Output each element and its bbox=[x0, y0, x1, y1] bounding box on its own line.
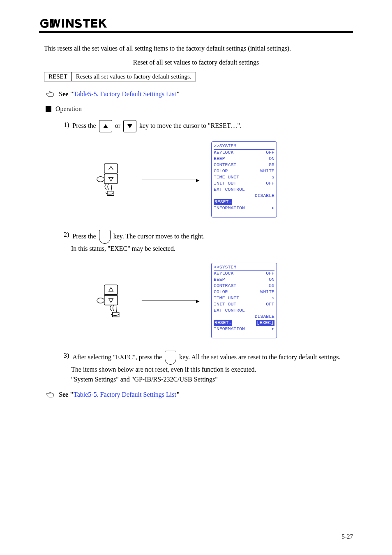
caret-right-icon: ▸ bbox=[272, 326, 274, 332]
svg-rect-3 bbox=[62, 19, 64, 28]
logo-gwinstek bbox=[39, 16, 113, 30]
arrow-icon: ———————— bbox=[142, 175, 199, 184]
section-operation: Operation bbox=[46, 105, 353, 113]
figure-1: ———————— >>SYSTEM KEYLOCKOFF BEEPON CONT… bbox=[92, 141, 353, 217]
section-label: Operation bbox=[55, 105, 82, 113]
svg-rect-4 bbox=[104, 164, 118, 173]
table-row: RESET Resets all set values to factory d… bbox=[44, 72, 196, 81]
step-3: 3) After selecting "EXEC", press the key… bbox=[64, 351, 353, 365]
step-num: 2) bbox=[64, 230, 69, 240]
step-2: 2) Press the key. The cursor moves to th… bbox=[64, 230, 353, 244]
see-after: " bbox=[176, 391, 180, 398]
square-bullet-icon bbox=[46, 106, 51, 112]
enter-key-icon bbox=[99, 230, 111, 244]
press-updown-enter-icon bbox=[92, 282, 129, 319]
step1-t3: key to move the cursor to "RESET…". bbox=[138, 122, 242, 129]
step3-line3: "System Settings" and "GP-IB/RS-232C/USB… bbox=[71, 375, 353, 384]
page-number: 5-27 bbox=[342, 533, 353, 540]
lcd-title: >>SYSTEM bbox=[214, 143, 274, 150]
step-num: 1) bbox=[64, 120, 69, 130]
see-prefix: S bbox=[59, 90, 62, 97]
step-num: 3) bbox=[64, 351, 69, 361]
step-1: 1) Press the or key to move the cursor t… bbox=[64, 120, 353, 132]
brand-logo bbox=[39, 16, 353, 33]
lcd-highlight-exec: [EXEC] bbox=[256, 320, 274, 326]
step3-t1: After selecting "EXEC", press the bbox=[72, 353, 164, 360]
step2-t1: Press the bbox=[72, 232, 97, 239]
table-cell-val: Resets all set values to factory default… bbox=[71, 72, 196, 81]
svg-point-6 bbox=[97, 177, 104, 182]
step1-t2: or bbox=[113, 122, 122, 129]
caret-right-icon: ▸ bbox=[272, 205, 274, 211]
lcd-highlight: RESET… bbox=[214, 199, 232, 205]
see-bold: ee " bbox=[62, 391, 74, 398]
svg-point-9 bbox=[97, 298, 104, 303]
pointing-hand-icon bbox=[46, 391, 55, 398]
intro-text: This resets all the set values of all se… bbox=[44, 44, 353, 53]
enter-key-icon bbox=[165, 351, 176, 365]
see-reference-2: See "Table5-5. Factory Default Settings … bbox=[46, 391, 353, 398]
lcd-screen-1: >>SYSTEM KEYLOCKOFF BEEPON CONTRAST55 CO… bbox=[211, 141, 277, 217]
down-key-icon bbox=[123, 120, 136, 132]
step2-t2: key. The cursor moves to the right. bbox=[112, 232, 205, 239]
lcd-title: >>SYSTEM bbox=[214, 264, 274, 271]
see-link[interactable]: Table5-5. Factory Default Settings List bbox=[74, 90, 176, 97]
step3-line2: The items shown below are not reset, eve… bbox=[71, 365, 353, 375]
up-key-icon bbox=[99, 120, 112, 132]
see-link[interactable]: Table5-5. Factory Default Settings List bbox=[74, 391, 176, 398]
svg-rect-8 bbox=[104, 295, 118, 305]
see-prefix: S bbox=[59, 391, 62, 398]
arrow-icon: ———————— bbox=[142, 296, 199, 305]
figure-2: ———————— >>SYSTEM KEYLOCKOFF BEEPON CONT… bbox=[92, 263, 353, 338]
see-bold: ee " bbox=[62, 90, 74, 97]
svg-rect-5 bbox=[104, 174, 118, 184]
pointing-hand-icon bbox=[46, 90, 55, 98]
lcd-screen-2: >>SYSTEM KEYLOCKOFF BEEPON CONTRAST55 CO… bbox=[211, 263, 277, 338]
settings-table: RESET Resets all set values to factory d… bbox=[44, 72, 196, 81]
table-cell-key: RESET bbox=[44, 72, 72, 81]
see-after: " bbox=[176, 90, 180, 97]
table-heading: Reset of all set values to factory defau… bbox=[39, 59, 353, 66]
step2-extra: In this status, "EXEC" may be selected. bbox=[71, 244, 353, 254]
step1-t1: Press the bbox=[72, 122, 97, 129]
press-updown-icon bbox=[92, 161, 129, 198]
see-reference-1: See "Table5-5. Factory Default Settings … bbox=[46, 90, 353, 98]
svg-rect-7 bbox=[104, 285, 118, 294]
step3-t2: key. All the set values are reset to the… bbox=[178, 353, 340, 360]
